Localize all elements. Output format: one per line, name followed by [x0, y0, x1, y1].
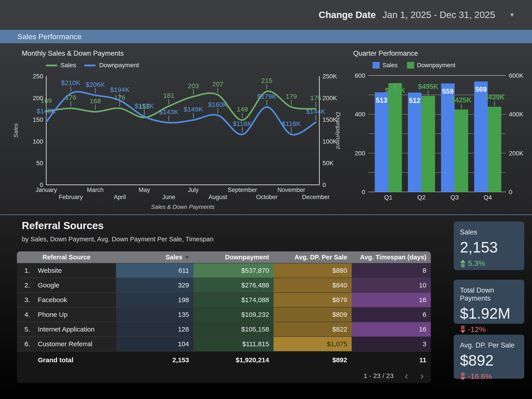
sales-bar: [375, 92, 388, 192]
data-point-label: $179K: [257, 93, 276, 100]
legend-sales-label: Sales: [383, 62, 398, 69]
downpayment-bar: [421, 96, 435, 192]
y-left-tick: 200: [355, 150, 365, 157]
kpi-delta-value: -16.6%: [468, 372, 492, 381]
y-right-tick: 200K: [323, 95, 337, 102]
data-point-label: 176: [114, 94, 126, 101]
row-downpayment: $105,158: [194, 322, 273, 336]
legend-sales-label: Sales: [61, 62, 76, 69]
row-downpayment: $111,815: [194, 337, 273, 351]
date-range-value[interactable]: Jan 1, 2025 - Dec 31, 2025: [383, 10, 495, 20]
row-source: Customer Referral: [38, 337, 116, 351]
column-header-downpayment[interactable]: Downpayment: [194, 254, 273, 261]
row-source: Phone Up: [38, 307, 116, 322]
data-point-label: $157K: [134, 102, 154, 110]
bar-value-label: 513: [376, 96, 387, 104]
data-point-label: $145K: [37, 107, 56, 115]
column-header-referral-source[interactable]: Referral Source: [17, 254, 116, 261]
table-row: 3.Facebook198$174,088$87916: [17, 292, 431, 307]
row-rank: 5.: [17, 322, 38, 336]
table-title: Referral Sources: [22, 220, 104, 232]
row-source: Facebook: [38, 293, 116, 307]
y-left-tick: 400: [355, 111, 365, 118]
row-rank: 6.: [17, 337, 38, 351]
row-avg-dp: $1,075: [273, 337, 352, 351]
kpi-delta-value: 5.3%: [468, 259, 485, 268]
kpi-title: Avg. DP. Per Sale: [460, 341, 524, 349]
kpi-title: Sales: [460, 228, 524, 236]
data-point-label: 215: [261, 77, 272, 84]
row-timespan: 3: [352, 337, 431, 351]
row-timespan: 6: [352, 307, 431, 322]
legend-downpayment-label: Downpayment: [99, 62, 139, 69]
next-page-icon[interactable]: ›: [419, 371, 425, 381]
table-header-row: Referral SourceSalesDownpaymentAvg. DP. …: [17, 251, 431, 263]
row-source: Website: [38, 263, 116, 278]
data-point-label: 175: [310, 94, 321, 102]
row-downpayment: $174,088: [194, 293, 273, 307]
line-chart-title: Monthly Sales & Down Payments: [22, 49, 124, 57]
column-header-avg-dp[interactable]: Avg. DP. Per Sale: [273, 254, 352, 261]
row-sales: 104: [116, 337, 194, 351]
row-downpayment: $537,870: [194, 263, 273, 278]
x-tick-month: February: [59, 194, 83, 200]
x-tick-month: May: [139, 187, 150, 193]
row-sales: 135: [116, 307, 194, 322]
row-avg-dp: $879: [273, 293, 352, 307]
row-rank: 4.: [17, 307, 38, 322]
column-header-timespan[interactable]: Avg. Timespan (days): [352, 254, 431, 261]
kpi-value: $892: [460, 352, 524, 369]
row-avg-dp: $880: [273, 263, 352, 278]
kpi-card-sales: Sales2,153 5.3%: [454, 222, 524, 270]
bar-value-label: 569: [475, 85, 487, 93]
legend-sales-swatch: [46, 65, 57, 66]
data-point-label: $116K: [282, 120, 301, 127]
pagination-range: 1 - 23 / 23: [364, 372, 394, 380]
row-source: Internet Application: [38, 322, 116, 336]
downpayment-bar: [388, 83, 402, 192]
row-source: Google: [38, 278, 116, 292]
x-tick-quarter: Q2: [417, 194, 425, 201]
arrow-down-icon: [460, 326, 466, 333]
row-sales: 128: [116, 322, 194, 336]
row-downpayment: $109,232: [194, 307, 273, 322]
x-tick-quarter: Q1: [384, 194, 392, 201]
legend-downpayment-swatch: [84, 65, 96, 66]
column-header-sales[interactable]: Sales: [116, 254, 194, 261]
data-point-label: $149K: [184, 105, 203, 113]
bottom-region: Referral Sources by Sales, Down Payment,…: [0, 215, 532, 399]
row-rank: 1.: [17, 263, 38, 278]
previous-page-icon[interactable]: ‹: [403, 371, 409, 381]
data-point-label: 203: [188, 82, 199, 90]
kpi-value: $1.92M: [460, 305, 524, 322]
row-sales: 329: [116, 278, 194, 292]
legend-downpayment-label: Downpayment: [417, 62, 456, 69]
legend-sales-swatch: [373, 62, 380, 69]
data-point-label: $116K: [233, 120, 252, 127]
grand-total-label: Grand total: [38, 352, 116, 368]
data-point-label: 207: [212, 80, 223, 88]
topbar: Change Date Jan 1, 2025 - Dec 31, 2025 ▼: [0, 0, 532, 30]
x-tick-month: October: [256, 194, 278, 200]
grand-total-avg-dp: $892: [273, 352, 352, 368]
table-row: 4.Phone Up135$109,232$8096: [17, 307, 431, 322]
y-right-tick: 200K: [509, 150, 524, 157]
y-right-axis-title: Downpayment: [335, 112, 342, 149]
y-right-tick: 100K: [323, 138, 337, 145]
x-tick-month: December: [302, 194, 330, 200]
sort-desc-icon: [185, 256, 189, 259]
chevron-down-icon[interactable]: ▼: [509, 12, 515, 18]
kpi-delta: 5.3%: [460, 259, 524, 268]
row-timespan: 8: [352, 263, 431, 278]
x-tick-month: April: [114, 194, 126, 200]
referral-sources-table: Referral SourceSalesDownpaymentAvg. DP. …: [17, 251, 431, 383]
arrow-up-icon: [460, 260, 466, 267]
data-point-label: 181: [163, 92, 174, 99]
x-tick-month: March: [87, 187, 104, 193]
downpayment-bar: [455, 110, 468, 192]
x-tick-month: January: [36, 187, 57, 193]
kpi-value: 2,153: [460, 238, 524, 256]
kpi-delta-value: -12%: [468, 325, 486, 334]
grand-total-sales: 2,153: [116, 352, 194, 368]
kpi-delta: -12%: [460, 325, 524, 334]
